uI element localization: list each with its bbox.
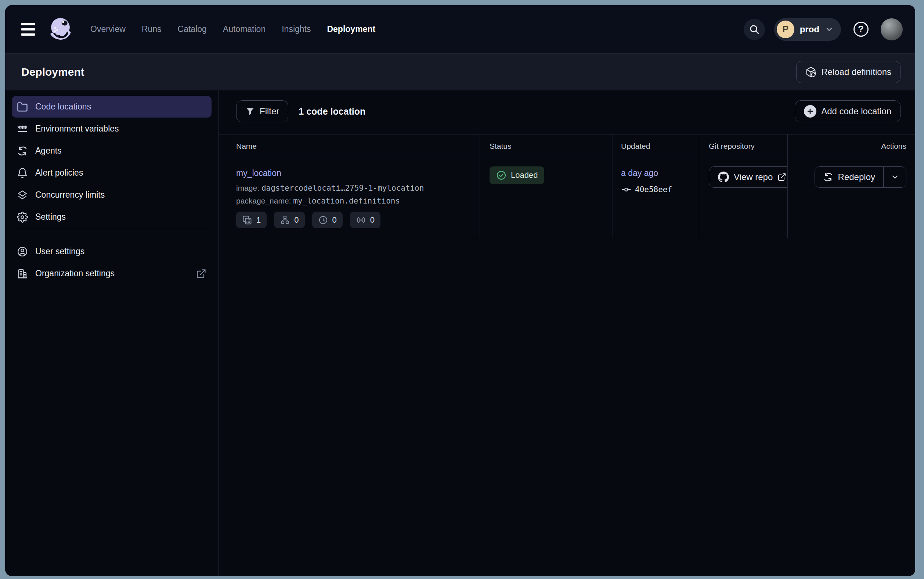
sidebar-item-label: Agents [35,146,62,156]
status-cell: Loaded [480,158,612,238]
content-area: Code locations Environment variables [5,90,915,576]
schedules-count: 0 [332,215,337,225]
search-icon [749,24,760,35]
sidebar-item-label: Concurrency limits [35,190,104,200]
main-panel: Filter 1 code location Add code location… [219,90,915,576]
redeploy-label: Redeploy [838,172,875,182]
refresh-icon [823,172,833,182]
view-repo-button[interactable]: View repo [709,167,787,188]
add-code-location-button[interactable]: Add code location [795,100,901,122]
table-row: my_location image: dagstercodelocati…275… [219,158,915,238]
redeploy-menu-button[interactable] [883,167,906,187]
sidebar-item-alert-policies[interactable]: Alert policies [12,162,212,184]
sidebar-item-environment-variables[interactable]: Environment variables [12,118,212,140]
sidebar-item-user-settings[interactable]: User settings [12,240,212,262]
definition-count-badges: 1 0 [236,212,480,228]
name-cell: my_location image: dagstercodelocati…275… [219,158,480,238]
column-header-name: Name [219,134,480,158]
chevron-down-icon [891,173,900,182]
sidebar-item-concurrency-limits[interactable]: Concurrency limits [12,184,212,206]
top-nav: Overview Runs Catalog Automation Insight… [5,5,915,54]
sidebar-divider [12,229,212,229]
redeploy-button[interactable]: Redeploy [815,167,883,187]
nav-item-insights[interactable]: Insights [282,24,311,34]
git-repository-cell: View repo [699,158,787,238]
help-button[interactable]: ? [850,19,872,40]
github-icon [718,172,729,183]
nav-item-runs[interactable]: Runs [142,24,162,34]
code-locations-toolbar: Filter 1 code location Add code location [219,90,915,134]
package-label: package_name: [236,196,291,205]
sensors-count: 0 [370,215,375,225]
commit-line: 40e58eef [621,185,699,195]
package-line: package_name: my_location.definitions [236,196,480,205]
external-link-icon [196,268,206,279]
reload-definitions-icon [805,67,816,77]
column-header-status: Status [480,134,612,158]
status-badge: Loaded [490,167,544,184]
bell-icon [17,167,28,178]
gear-icon [17,212,28,222]
deployment-avatar: P [777,21,794,38]
env-variables-icon [17,123,28,134]
chevron-down-icon [825,25,834,34]
search-button[interactable] [744,19,765,40]
image-value: dagstercodelocati…2759-1-mylocation [261,184,424,193]
primary-nav: Overview Runs Catalog Automation Insight… [90,24,375,34]
page-header: Deployment Reload definitions [5,54,915,90]
sidebar-item-organization-settings[interactable]: Organization settings [12,263,212,285]
user-circle-icon [17,246,28,257]
dagster-logo-icon[interactable] [49,17,73,41]
sidebar-item-settings[interactable]: Settings [12,206,212,228]
schedules-count-badge: 0 [312,212,343,228]
filter-label: Filter [260,106,279,116]
reload-definitions-label: Reload definitions [821,67,891,77]
page-title: Deployment [21,66,85,78]
image-line: image: dagstercodelocati…2759-1-mylocati… [236,184,480,193]
external-link-icon [777,173,786,182]
nav-item-deployment[interactable]: Deployment [327,24,375,34]
hamburger-menu-icon[interactable] [21,20,40,39]
column-header-actions: Actions [787,134,915,158]
updated-cell: a day ago 40e58eef [612,158,699,238]
sidebar-item-code-locations[interactable]: Code locations [12,96,212,118]
reload-definitions-button[interactable]: Reload definitions [796,61,901,83]
sidebar-item-label: Settings [35,212,66,222]
layers-icon [17,190,28,201]
git-commit-icon [621,185,631,195]
redeploy-split-button: Redeploy [815,167,906,188]
sidebar-item-agents[interactable]: Agents [12,140,212,162]
package-value: my_location.definitions [293,196,400,205]
nav-item-catalog[interactable]: Catalog [178,24,207,34]
image-label: image: [236,184,259,192]
actions-cell: Redeploy [787,158,915,238]
assets-count: 1 [256,215,261,225]
deployment-sidebar: Code locations Environment variables [5,90,219,576]
deployment-name: prod [800,24,820,34]
sidebar-item-label: Organization settings [35,268,114,278]
code-location-count: 1 code location [299,100,366,122]
sidebar-item-label: Environment variables [35,124,119,134]
sensor-signal-icon [356,215,366,225]
jobs-count: 0 [294,215,299,225]
app-window: Overview Runs Catalog Automation Insight… [5,5,915,576]
updated-time-link[interactable]: a day ago [621,168,658,178]
user-avatar[interactable] [881,18,903,41]
agents-cycle-icon [17,146,28,157]
add-code-location-label: Add code location [821,106,891,116]
jobs-count-badge: 0 [274,212,304,228]
code-location-link[interactable]: my_location [236,168,281,178]
filter-button[interactable]: Filter [236,100,288,122]
building-icon [17,268,28,279]
sensors-count-badge: 0 [350,212,380,228]
folder-icon [17,101,28,113]
deployment-switcher[interactable]: P prod [774,18,841,41]
sidebar-item-label: User settings [35,247,85,257]
check-circle-icon [496,170,506,180]
assets-grid-icon [242,215,252,225]
table-header-row: Name Status Updated Git repository Actio… [219,134,915,158]
plus-circle-icon [804,105,816,118]
nav-item-overview[interactable]: Overview [90,24,126,34]
nav-item-automation[interactable]: Automation [223,24,266,34]
column-header-git-repository: Git repository [699,134,787,158]
